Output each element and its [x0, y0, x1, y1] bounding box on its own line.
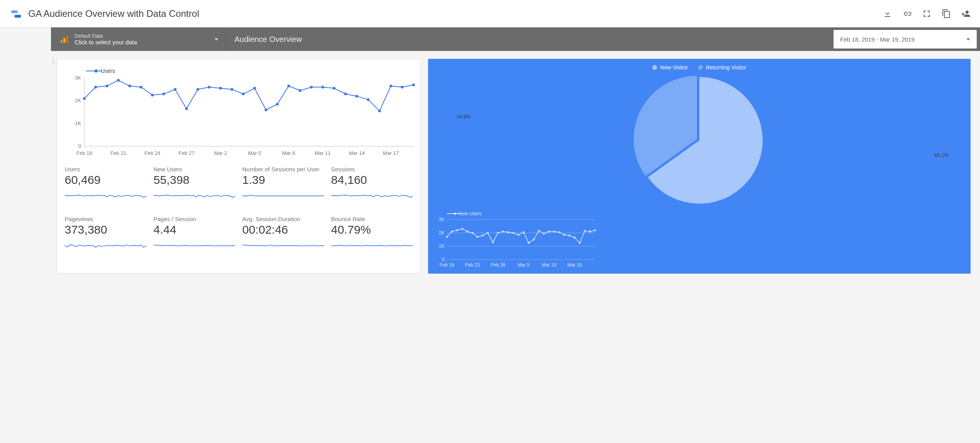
svg-point-77: [538, 230, 540, 232]
fullscreen-icon[interactable]: [922, 9, 931, 18]
svg-point-80: [553, 231, 555, 232]
card-options-icon[interactable]: ⋮: [50, 59, 57, 62]
svg-point-85: [579, 242, 581, 244]
metric-sparkline: [242, 191, 324, 204]
legend-swatch: [447, 212, 456, 215]
link-icon[interactable]: [902, 9, 912, 18]
svg-point-36: [367, 98, 370, 101]
metric-value: 40.79%: [331, 223, 413, 236]
svg-point-86: [584, 230, 586, 232]
control-bar: Default Data Click to select your data A…: [51, 27, 980, 51]
metric-tile[interactable]: Users 60,469: [65, 166, 147, 205]
svg-point-37: [378, 110, 381, 113]
metric-sparkline: [154, 240, 236, 254]
new-users-line-chart[interactable]: 01K2K3KFeb 18Feb 23Feb 28Mar 5Mar 10Mar …: [434, 217, 598, 268]
svg-point-75: [528, 242, 530, 244]
side-card: New Visitor Returning Visitor 34.9% 65.1…: [428, 59, 971, 274]
svg-point-70: [502, 231, 504, 232]
svg-point-12: [94, 86, 97, 89]
metric-tile[interactable]: Bounce Rate 40.79%: [331, 216, 413, 255]
report-body: ⋮ Users 01K2K3KFeb 18Feb 21Feb 24Feb 27M…: [0, 51, 980, 281]
svg-rect-4: [66, 36, 68, 43]
svg-point-78: [543, 232, 545, 234]
legend-label: New Users: [459, 211, 482, 216]
metric-tile[interactable]: New Users 55,398: [154, 166, 236, 205]
svg-text:Feb 21: Feb 21: [111, 150, 126, 156]
svg-point-65: [477, 236, 479, 238]
metric-sparkline: [331, 240, 413, 254]
metric-sparkline: [242, 240, 324, 254]
svg-point-87: [589, 231, 591, 232]
datasource-label-small: Default Data: [74, 33, 214, 39]
svg-point-23: [219, 87, 222, 90]
visitor-pie-chart[interactable]: 34.9% 65.1%: [434, 74, 965, 207]
svg-text:Mar 17: Mar 17: [383, 150, 399, 156]
svg-text:Feb 18: Feb 18: [76, 150, 92, 156]
svg-point-72: [512, 232, 514, 234]
svg-text:Mar 8: Mar 8: [282, 150, 295, 156]
svg-rect-1: [15, 15, 21, 17]
metric-label: Avg. Session Duration: [242, 216, 324, 222]
datasource-selector[interactable]: Default Data Click to select your data: [51, 27, 227, 51]
report-page-title: Audience Overview: [227, 27, 830, 51]
svg-point-15: [128, 85, 131, 87]
svg-point-81: [558, 231, 560, 233]
metric-tile[interactable]: Sessions 84,160: [331, 166, 413, 205]
users-line-chart[interactable]: 01K2K3KFeb 18Feb 21Feb 24Feb 27Mar 2Mar …: [65, 75, 417, 157]
metric-label: New Users: [154, 166, 236, 172]
metric-tile[interactable]: Pageviews 373,380: [65, 216, 147, 255]
svg-text:Mar 11: Mar 11: [315, 150, 330, 156]
product-logo: [9, 7, 23, 20]
main-chart-legend: Users: [86, 68, 413, 74]
svg-point-74: [523, 231, 524, 233]
pie-legend-new: New Visitor: [652, 64, 688, 71]
metric-label: Sessions: [331, 166, 413, 172]
main-chart-card: ⋮ Users 01K2K3KFeb 18Feb 21Feb 24Feb 27M…: [56, 59, 421, 274]
svg-point-84: [573, 236, 575, 238]
analytics-icon: [59, 34, 70, 45]
svg-text:0: 0: [78, 143, 81, 149]
add-person-icon[interactable]: [961, 9, 971, 18]
svg-text:Feb 27: Feb 27: [178, 150, 194, 156]
svg-point-38: [390, 85, 392, 87]
svg-point-29: [287, 85, 290, 87]
svg-text:2K: 2K: [439, 230, 445, 236]
metric-sparkline: [65, 240, 147, 254]
chevron-down-icon: [966, 38, 970, 40]
copy-icon[interactable]: [942, 9, 951, 18]
svg-text:Mar 5: Mar 5: [248, 150, 261, 156]
svg-point-22: [208, 86, 211, 89]
svg-point-11: [83, 97, 86, 100]
pie-slice-label-returning: 34.9%: [456, 114, 471, 120]
legend-label: Users: [101, 68, 115, 74]
svg-rect-2: [61, 40, 63, 43]
metric-value: 60,469: [65, 173, 147, 187]
metric-value: 00:02:46: [242, 223, 324, 236]
svg-point-39: [401, 86, 404, 89]
svg-point-67: [487, 232, 489, 234]
svg-text:2K: 2K: [75, 98, 81, 103]
pie-slice-label-new: 65.1%: [934, 152, 949, 158]
svg-point-13: [105, 85, 108, 87]
svg-point-33: [333, 87, 336, 90]
metric-tile[interactable]: Pages / Session 4.44: [154, 216, 236, 255]
svg-text:1K: 1K: [439, 243, 445, 249]
svg-point-62: [461, 228, 463, 230]
svg-text:Feb 18: Feb 18: [439, 262, 454, 268]
download-icon[interactable]: [883, 9, 892, 18]
svg-text:3K: 3K: [75, 75, 81, 81]
svg-point-19: [174, 88, 176, 91]
svg-text:Feb 28: Feb 28: [491, 262, 506, 268]
metric-tile[interactable]: Avg. Session Duration 00:02:46: [242, 216, 324, 255]
metric-tile[interactable]: Number of Sessions per User 1.39: [242, 166, 324, 205]
app-header: GA Audience Overview with Data Control: [0, 0, 980, 27]
date-range-selector[interactable]: Feb 18, 2019 - Mar 19, 2019: [833, 30, 977, 49]
svg-point-40: [412, 84, 415, 86]
svg-point-21: [196, 88, 199, 91]
svg-point-30: [299, 89, 301, 92]
svg-point-61: [456, 229, 458, 231]
svg-text:1K: 1K: [75, 120, 81, 126]
metric-sparkline: [65, 191, 147, 204]
svg-text:3K: 3K: [439, 217, 445, 222]
svg-point-27: [265, 109, 267, 111]
